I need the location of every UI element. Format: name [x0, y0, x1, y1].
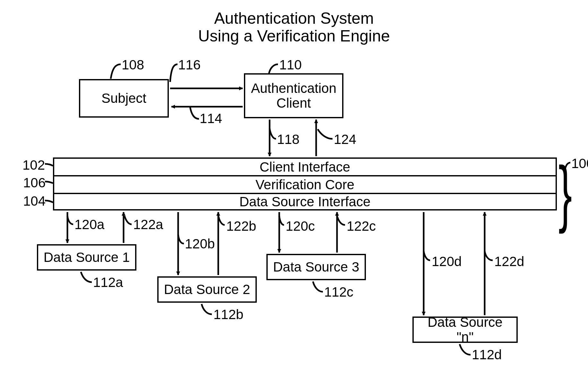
data-source-interface-label: Data Source Interface [239, 194, 371, 210]
leader-102 [45, 164, 53, 166]
engine-stack: Client Interface Verification Core Data … [53, 157, 557, 210]
data-source-2-label: Data Source 2 [164, 282, 250, 297]
subject-label: Subject [101, 91, 146, 106]
auth-client-box: Authentication Client [244, 73, 343, 118]
verification-core-label: Verification Core [255, 177, 354, 192]
ref-122c: 122c [347, 219, 376, 234]
leader-110 [269, 64, 278, 73]
leader-114 [190, 107, 199, 119]
ref-106: 106 [23, 175, 46, 191]
leader-122c [337, 216, 345, 225]
diagram-stage: Authentication System Using a Verificati… [0, 0, 588, 384]
subject-box: Subject [79, 79, 169, 118]
ref-124: 124 [334, 132, 356, 147]
ref-118: 118 [277, 132, 299, 147]
leader-112b [202, 304, 212, 314]
data-source-3-label: Data Source 3 [273, 260, 359, 274]
ref-110: 110 [279, 57, 302, 73]
data-source-1-label: Data Source 1 [44, 250, 130, 265]
ref-108: 108 [122, 57, 144, 73]
leader-104 [45, 201, 53, 202]
leader-122d [485, 251, 493, 260]
leader-112d [460, 344, 471, 355]
ref-120c: 120c [286, 219, 315, 234]
ref-112c: 112c [324, 284, 353, 300]
ref-102: 102 [22, 157, 45, 173]
leader-112c [313, 281, 323, 292]
data-source-3-box: Data Source 3 [266, 254, 366, 280]
leader-120b [178, 235, 184, 244]
auth-client-text: Authentication Client [251, 81, 336, 111]
ref-114: 114 [200, 111, 222, 126]
ref-104: 104 [23, 193, 46, 209]
data-source-2-box: Data Source 2 [157, 276, 257, 303]
ref-112a: 112a [93, 275, 123, 290]
ref-112d: 112d [472, 347, 502, 362]
leader-120c [279, 216, 284, 225]
leader-124 [318, 129, 333, 139]
title-line2: Using a Verification Engine [198, 27, 390, 45]
data-source-1-box: Data Source 1 [37, 244, 136, 271]
ref-120d: 120d [432, 254, 462, 269]
auth-client-line2: Client [276, 95, 311, 111]
ref-122a: 122a [133, 217, 163, 232]
brace-100: } [558, 156, 572, 230]
leader-122b [218, 215, 225, 225]
leader-108 [111, 64, 121, 79]
ref-122b: 122b [226, 219, 256, 234]
ref-120b: 120b [185, 236, 215, 252]
ref-122d: 122d [494, 254, 524, 269]
verification-core-row: Verification Core [53, 175, 557, 193]
leader-120a [67, 216, 73, 224]
ref-120a: 120a [74, 217, 104, 232]
leader-112a [81, 272, 92, 282]
ref-112b: 112b [213, 307, 243, 322]
diagram-title: Authentication System Using a Verificati… [134, 10, 454, 45]
leader-120d [424, 251, 430, 260]
data-source-interface-row: Data Source Interface [53, 193, 557, 210]
client-interface-row: Client Interface [53, 157, 557, 175]
leader-118 [270, 129, 276, 139]
leader-106 [45, 182, 53, 183]
auth-client-line1: Authentication [251, 81, 336, 96]
leader-116 [170, 64, 177, 82]
ref-116: 116 [178, 57, 201, 73]
leader-122a [125, 216, 132, 224]
title-line1: Authentication System [214, 9, 374, 27]
data-source-n-box: Data Source "n" [412, 317, 518, 343]
client-interface-label: Client Interface [260, 159, 350, 175]
data-source-n-label: Data Source "n" [418, 315, 513, 344]
ref-100: 100 [571, 156, 588, 171]
